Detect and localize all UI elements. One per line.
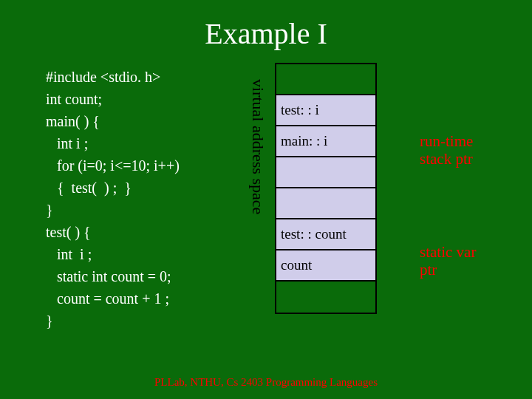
stack-cell-count: count — [276, 250, 375, 282]
code-line: test( ) { — [46, 221, 180, 243]
code-line: { test( ) ; } — [46, 177, 180, 199]
stack-cell-main-i: main: : i — [276, 126, 375, 157]
code-line: int i ; — [46, 243, 180, 265]
code-line: main( ) { — [46, 110, 180, 132]
stack-cell — [276, 188, 375, 219]
annotation-line: static var — [420, 243, 476, 261]
stack-cell-test-count: test: : count — [276, 219, 375, 250]
annotation-line: run-time — [420, 132, 473, 150]
memory-stack: test: : i main: : i test: : count count — [275, 63, 377, 314]
stack-cell-test-i: test: : i — [276, 95, 375, 126]
code-block: #include <stdio. h> int count; main( ) {… — [46, 66, 180, 332]
stack-cell — [276, 157, 375, 188]
slide-title: Example I — [0, 0, 532, 51]
code-line: static int count = 0; — [46, 265, 180, 287]
code-line: #include <stdio. h> — [46, 66, 180, 88]
annotation-line: ptr — [420, 261, 476, 279]
footer-text: PLLab, NTHU, Cs 2403 Programming Languag… — [0, 376, 532, 389]
static-var-ptr-label: static var ptr — [420, 243, 476, 279]
code-line: } — [46, 199, 180, 221]
content-area: #include <stdio. h> int count; main( ) {… — [0, 51, 532, 376]
code-line: int count; — [46, 88, 180, 110]
stack-cell — [276, 64, 375, 95]
code-line: int i ; — [46, 132, 180, 154]
code-line: for (i=0; i<=10; i++) — [46, 154, 180, 177]
annotation-line: stack ptr — [420, 150, 473, 168]
virtual-address-space-label: virtual address space — [248, 79, 267, 214]
stack-cell — [276, 282, 375, 313]
code-line: count = count + 1 ; — [46, 287, 180, 310]
code-line: } — [46, 310, 180, 332]
runtime-stack-ptr-label: run-time stack ptr — [420, 132, 473, 168]
